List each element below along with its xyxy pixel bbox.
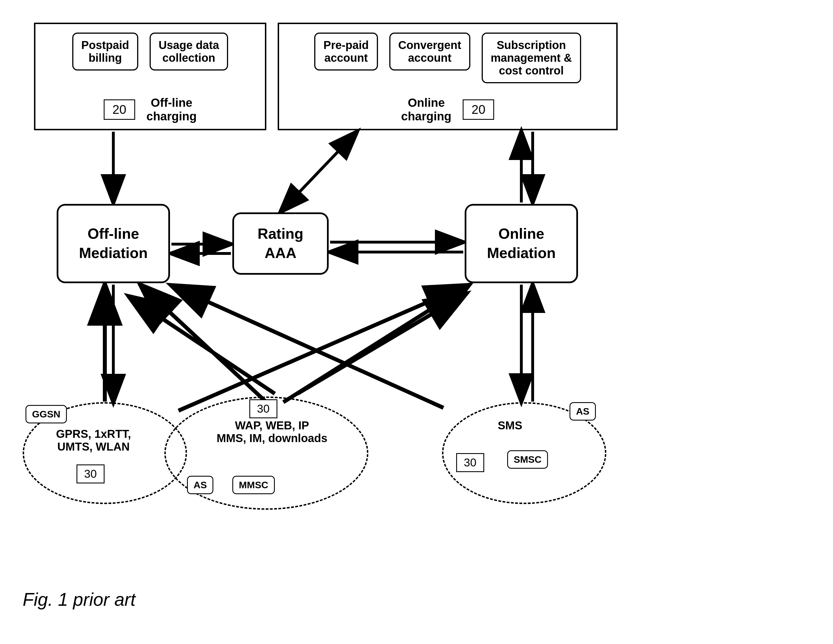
svg-line-6 [280, 132, 357, 212]
postpaid-billing-card: Postpaid billing [72, 32, 138, 71]
offline-charging-group: Postpaid billing Usage data collection 2… [34, 22, 266, 130]
offline-bottom-row: 20 Off-line charging [44, 96, 256, 123]
online-mediation-label: Online Mediation [487, 224, 556, 263]
svg-line-20 [298, 294, 465, 393]
online-number-box: 20 [463, 100, 494, 120]
center-as-box: AS [187, 476, 213, 494]
svg-line-17 [178, 286, 465, 411]
offline-mediation-label: Off-line Mediation [79, 224, 148, 263]
subscription-mgmt-card: Subscription management & cost control [482, 32, 581, 83]
svg-line-14 [142, 286, 266, 402]
ggsn-box: GGSN [26, 405, 67, 423]
right-as-box: AS [569, 402, 596, 421]
left-ellipse-number: 30 [77, 464, 105, 483]
online-bottom-row: Online charging 20 [288, 96, 608, 123]
rating-aaa-label: Rating AAA [257, 224, 304, 263]
svg-line-16 [173, 286, 444, 408]
offline-cards-row: Postpaid billing Usage data collection [72, 32, 228, 71]
rating-aaa-box: Rating AAA [232, 212, 329, 275]
convergent-account-card: Convergent account [389, 32, 470, 71]
offline-charging-label: Off-line charging [146, 96, 197, 123]
prepaid-account-card: Pre-paid account [314, 32, 378, 71]
svg-line-5 [280, 132, 357, 212]
diagram: Postpaid billing Usage data collection 2… [0, 0, 833, 644]
online-charging-group: Pre-paid account Convergent account Subs… [278, 22, 618, 130]
left-ellipse-label: GPRS, 1xRTT, UMTS, WLAN [37, 428, 150, 453]
smsc-box: SMSC [507, 450, 548, 469]
mmsc-box: MMSC [232, 476, 275, 494]
center-number-box: 30 [249, 399, 277, 418]
svg-line-15 [283, 286, 468, 402]
center-ellipse-label: WAP, WEB, IP MMS, IM, downloads [170, 419, 374, 445]
offline-mediation-box: Off-line Mediation [57, 204, 170, 283]
fig-label: Fig. 1 prior art [23, 589, 135, 610]
offline-number-box: 20 [104, 100, 135, 120]
sms-label: SMS [453, 419, 567, 432]
usage-data-collection-card: Usage data collection [150, 32, 228, 71]
online-mediation-box: Online Mediation [465, 204, 578, 283]
online-cards-row: Pre-paid account Convergent account Subs… [314, 32, 581, 83]
online-charging-label: Online charging [401, 96, 451, 123]
svg-line-19 [130, 297, 275, 393]
right-number-box: 30 [456, 453, 484, 472]
